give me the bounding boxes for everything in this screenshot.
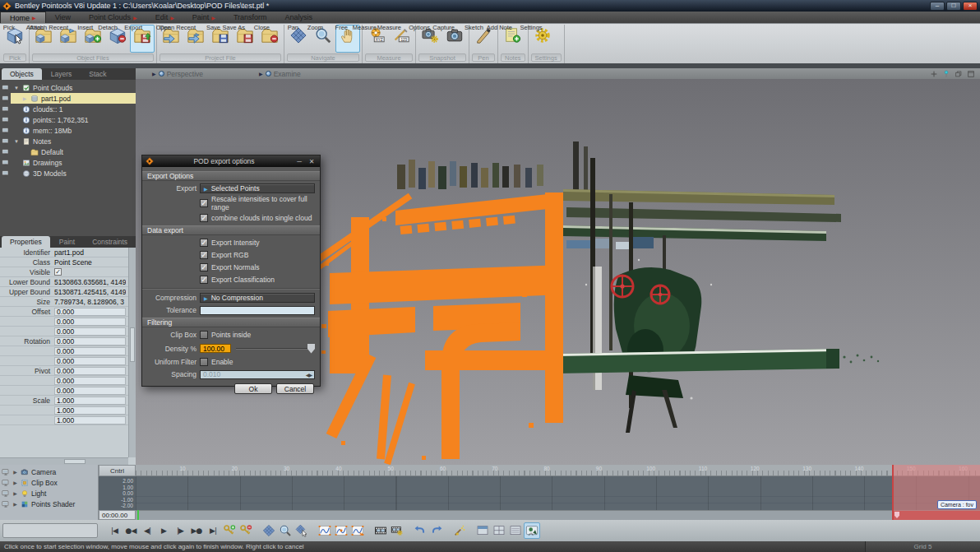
spinner-arrows-icon[interactable]: ◀▶	[306, 372, 312, 378]
display-icon[interactable]	[2, 489, 10, 498]
close-button[interactable]: ×	[963, 2, 978, 11]
curve-range-button[interactable]	[349, 522, 366, 539]
export-rgb-checkbox[interactable]: ✓	[200, 251, 208, 259]
restore-view-icon[interactable]	[955, 70, 963, 78]
display-icon[interactable]	[2, 479, 10, 487]
timeline-tracks-area[interactable]: 102030405060708090100110120130140150160 …	[136, 465, 980, 520]
tab-properties[interactable]: Properties	[2, 236, 50, 248]
tree-item-notes[interactable]: ▼Notes	[0, 136, 136, 146]
minimize-button[interactable]: –	[930, 2, 945, 11]
compression-dropdown[interactable]: ▶No Compression	[200, 293, 315, 303]
export-normals-checkbox[interactable]: ✓	[200, 263, 208, 271]
display-icon[interactable]	[0, 116, 11, 124]
key-wand-button[interactable]	[451, 522, 468, 539]
property-field[interactable]: 1.000	[54, 416, 126, 424]
properties-vertical-scrollbar[interactable]	[128, 248, 136, 457]
property-field[interactable]: 0.000	[54, 367, 126, 375]
uniform-filter-checkbox[interactable]: ✓	[200, 358, 208, 366]
layout-list-button[interactable]	[507, 522, 524, 539]
play-from-button[interactable]: |▶	[172, 522, 188, 539]
layout-single-button[interactable]	[474, 522, 491, 539]
export-intensity-checkbox[interactable]: ✓	[200, 239, 208, 247]
property-field[interactable]: 0.000	[54, 308, 126, 316]
add-key-button[interactable]	[221, 522, 238, 539]
visible-checkbox[interactable]: ✓	[54, 268, 62, 276]
dialog-minimize-button[interactable]: ─	[294, 158, 304, 165]
timeline-item-clip-box[interactable]: ▶Clip Box	[0, 477, 98, 488]
capture-button[interactable]: Capture	[442, 25, 467, 53]
dialog-close-button[interactable]: ✕	[307, 158, 317, 165]
next-key-button[interactable]: ▶●	[188, 522, 205, 539]
properties-horizontal-scrollbar[interactable]	[0, 457, 128, 465]
zoom-tool-button[interactable]	[277, 522, 294, 539]
prev-key-button[interactable]: ●◀	[122, 522, 139, 539]
menu-item-paint[interactable]: Paint▶	[183, 12, 224, 23]
camera-fov-region[interactable]: Camera : fov	[892, 465, 980, 520]
tree-item-points-1-762-351[interactable]: points:: 1,762,351	[0, 114, 136, 125]
view-perspective[interactable]: ▶ Perspective	[152, 70, 203, 78]
rescale-intensities-to-cover-full-range-checkbox[interactable]: ✓	[200, 199, 208, 207]
density-slider[interactable]	[234, 344, 315, 354]
tree-item-default[interactable]: Default	[0, 146, 136, 157]
tab-objects[interactable]: Objects	[2, 68, 42, 80]
timeline-horizontal-scrollbar[interactable]	[2, 523, 98, 538]
expander-icon[interactable]: ▶	[12, 480, 18, 485]
timeline-item-points-shader[interactable]: ▶Points Shader	[0, 499, 98, 509]
settings-button[interactable]: Settings	[530, 25, 555, 53]
view-examine[interactable]: ▶ Examine	[259, 70, 301, 78]
export-button[interactable]: Export	[130, 25, 155, 53]
pin-icon[interactable]	[942, 70, 950, 78]
export-classification-checkbox[interactable]: ✓	[200, 276, 208, 284]
undo-button[interactable]	[412, 522, 428, 539]
playhead-marker[interactable]	[137, 510, 139, 520]
tab-constraints[interactable]: Constraints	[84, 236, 136, 248]
menu-item-home[interactable]: Home▶	[0, 12, 46, 23]
pick-button[interactable]: Pick	[2, 25, 27, 53]
tree-item-point-clouds[interactable]: ▼Point Clouds	[0, 82, 136, 93]
display-icon[interactable]	[0, 84, 11, 92]
property-field[interactable]: 0.000	[54, 347, 126, 355]
cancel-button[interactable]: Cancel	[276, 383, 314, 394]
curve-editor-button[interactable]	[317, 522, 333, 539]
select-tool-button[interactable]	[294, 522, 310, 539]
property-field[interactable]: 0.000	[54, 318, 126, 326]
tree-item-mem-18mb[interactable]: mem:: 18Mb	[0, 125, 136, 136]
menu-item-edit[interactable]: Edit▶	[146, 12, 183, 23]
maximize-button[interactable]: □	[946, 2, 961, 11]
property-field[interactable]: 0.000	[54, 327, 126, 336]
tab-paint[interactable]: Paint	[51, 236, 83, 248]
expander-icon[interactable]: ▶	[21, 95, 28, 101]
combine-clouds-into-single-cloud-checkbox[interactable]: ✓	[200, 214, 208, 222]
go-end-button[interactable]: ▶|	[205, 522, 221, 539]
clip-box-checkbox[interactable]: ✓	[200, 331, 208, 339]
render-view-button[interactable]	[524, 522, 540, 539]
film-strip-button[interactable]	[372, 522, 389, 539]
maximize-view-icon[interactable]	[967, 70, 975, 78]
open-recent-button[interactable]: Open Recent	[183, 25, 208, 53]
tolerance-input[interactable]	[200, 306, 315, 315]
display-icon[interactable]	[0, 159, 11, 167]
redo-button[interactable]	[428, 522, 445, 539]
property-field[interactable]: 0.000	[54, 337, 126, 346]
layout-split-button[interactable]	[491, 522, 507, 539]
density-value-input[interactable]: 100.00	[200, 344, 231, 353]
display-icon[interactable]	[0, 148, 11, 156]
expander-icon[interactable]: ▶	[12, 490, 18, 496]
expander-icon[interactable]: ▶	[12, 469, 18, 475]
add-view-icon[interactable]	[930, 70, 938, 78]
curve-key-button[interactable]	[333, 522, 349, 539]
menu-item-view[interactable]: View	[46, 12, 80, 23]
property-field[interactable]: 0.000	[54, 377, 126, 385]
ok-button[interactable]: Ok	[234, 383, 272, 394]
spacing-input[interactable]: 0.010◀▶	[200, 370, 315, 379]
tree-item-part1-pod[interactable]: ▶part1.pod	[0, 93, 136, 104]
menu-item-analysis[interactable]: Analysis	[276, 12, 322, 23]
tree-item-clouds-1[interactable]: clouds:: 1	[0, 104, 136, 114]
menu-item-transform[interactable]: Transform	[224, 12, 276, 23]
tab-layers[interactable]: Layers	[43, 68, 81, 80]
property-field[interactable]: 0.000	[54, 357, 126, 365]
zoom-button[interactable]: Zoom	[311, 25, 335, 53]
display-icon[interactable]	[0, 105, 11, 114]
display-icon[interactable]	[0, 95, 11, 103]
prev-frame-button[interactable]: ◀|	[139, 522, 155, 539]
